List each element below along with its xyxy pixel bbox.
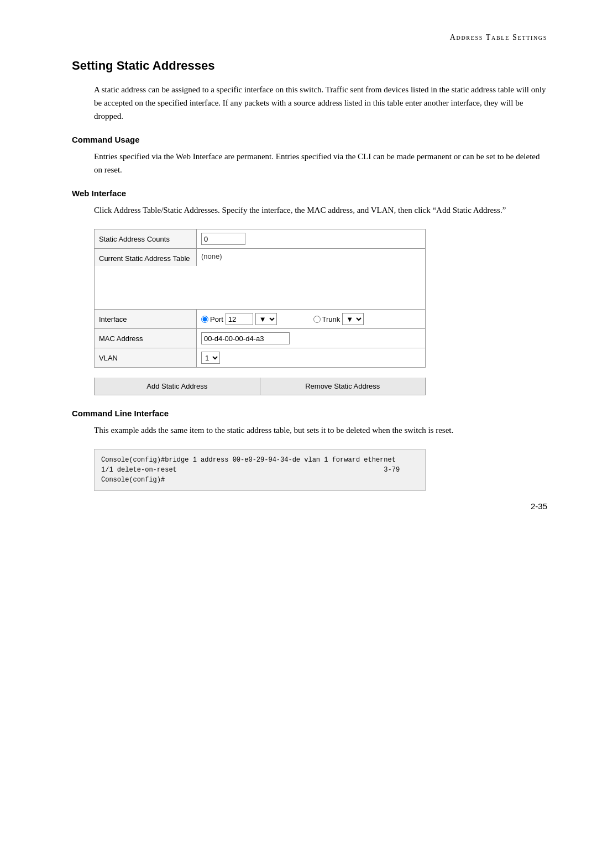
page-header: Address Table Settings (72, 33, 547, 42)
interface-controls: Port ▼ Trunk ▼ (201, 313, 421, 325)
remove-static-address-button[interactable]: Remove Static Address (260, 378, 426, 395)
table-row-vlan: VLAN 1 (95, 348, 425, 367)
trunk-select[interactable]: ▼ (342, 313, 364, 325)
command-usage-text: Entries specified via the Web Interface … (94, 150, 547, 176)
trunk-radio[interactable] (313, 316, 321, 323)
counts-value-cell: 0 (197, 229, 425, 248)
interface-value: Port ▼ Trunk ▼ (197, 310, 425, 328)
action-buttons: Add Static Address Remove Static Address (94, 378, 426, 395)
table-row-mac: MAC Address (95, 329, 425, 348)
web-interface-heading: Web Interface (72, 189, 547, 198)
address-list-value: (none) (197, 249, 425, 264)
address-list-none: (none) (201, 252, 222, 260)
mac-label: MAC Address (95, 329, 197, 348)
interface-label: Interface (95, 310, 197, 328)
section-description: A static address can be assigned to a sp… (94, 83, 547, 123)
counts-label: Static Address Counts (95, 229, 197, 248)
interface-port-group: Port ▼ (201, 313, 309, 325)
port-input[interactable] (226, 313, 253, 325)
table-row-interface: Interface Port ▼ (95, 310, 425, 329)
port-radio-label[interactable]: Port (201, 315, 223, 323)
page-number: 2-35 (531, 501, 547, 511)
command-usage-heading: Command Usage (72, 135, 547, 144)
section-title: Setting Static Addresses (72, 59, 547, 73)
vlan-value: 1 (197, 348, 425, 367)
web-interface-text: Click Address Table/Static Addresses. Sp… (94, 203, 547, 217)
counts-input[interactable]: 0 (201, 233, 245, 245)
vlan-label: VLAN (95, 348, 197, 367)
table-row-address-list: Current Static Address Table (none) (95, 249, 425, 310)
add-static-address-button[interactable]: Add Static Address (95, 378, 260, 395)
mac-input[interactable] (201, 332, 290, 344)
code-block: Console(config)#bridge 1 address 00-e0-2… (94, 449, 426, 491)
cli-heading: Command Line Interface (72, 409, 547, 418)
interface-trunk-group: Trunk ▼ (313, 313, 421, 325)
header-title: Address Table Settings (450, 33, 547, 41)
mac-value (197, 329, 425, 348)
trunk-radio-label[interactable]: Trunk (313, 315, 341, 323)
trunk-label: Trunk (322, 315, 341, 323)
table-row-counts: Static Address Counts 0 (95, 229, 425, 249)
port-label: Port (210, 315, 223, 323)
vlan-select[interactable]: 1 (201, 352, 220, 364)
address-list-label: Current Static Address Table (95, 249, 197, 266)
static-address-table: Static Address Counts 0 Current Static A… (94, 229, 426, 368)
port-radio[interactable] (201, 316, 208, 323)
page: Address Table Settings Setting Static Ad… (0, 0, 597, 533)
cli-text: This example adds the same item to the s… (94, 423, 547, 437)
port-select[interactable]: ▼ (255, 313, 277, 325)
